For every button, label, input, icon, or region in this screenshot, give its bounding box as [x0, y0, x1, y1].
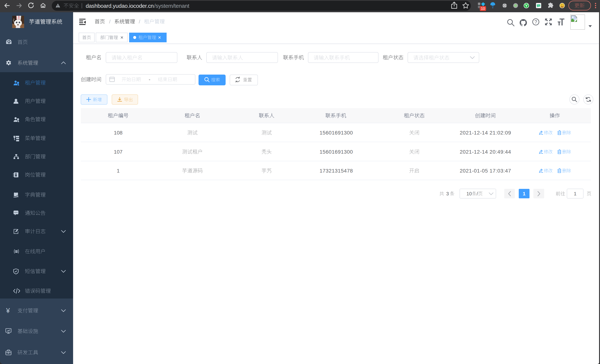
svg-text:¥: ¥ — [6, 307, 10, 315]
svg-text:dashboard.yudao.iocoder.cn: dashboard.yudao.iocoder.cn — [86, 3, 154, 9]
svg-text:/system/tenant: /system/tenant — [154, 3, 190, 9]
svg-text:15601691300: 15601691300 — [319, 149, 353, 155]
svg-text:2021-01-05 17:03:47: 2021-01-05 17:03:47 — [460, 168, 511, 174]
svg-text:1: 1 — [523, 191, 525, 196]
svg-text:17321315478: 17321315478 — [319, 168, 353, 174]
svg-text:10: 10 — [466, 191, 472, 196]
svg-text:2021-12-14 20:49:44: 2021-12-14 20:49:44 — [460, 149, 511, 155]
svg-text:10: 10 — [481, 7, 485, 10]
svg-text:-: - — [149, 77, 150, 82]
svg-text:/: / — [109, 19, 111, 25]
svg-text:2021-12-14 21:02:09: 2021-12-14 21:02:09 — [460, 130, 511, 136]
svg-text:107: 107 — [114, 149, 123, 155]
svg-text:1: 1 — [117, 168, 120, 174]
svg-text:?: ? — [534, 19, 537, 25]
svg-text:/: / — [477, 191, 478, 196]
svg-text:1: 1 — [574, 191, 576, 196]
svg-text:/: / — [139, 19, 140, 25]
svg-text:15601691300: 15601691300 — [319, 130, 353, 136]
svg-text:3: 3 — [446, 191, 449, 196]
svg-text:108: 108 — [114, 130, 123, 136]
